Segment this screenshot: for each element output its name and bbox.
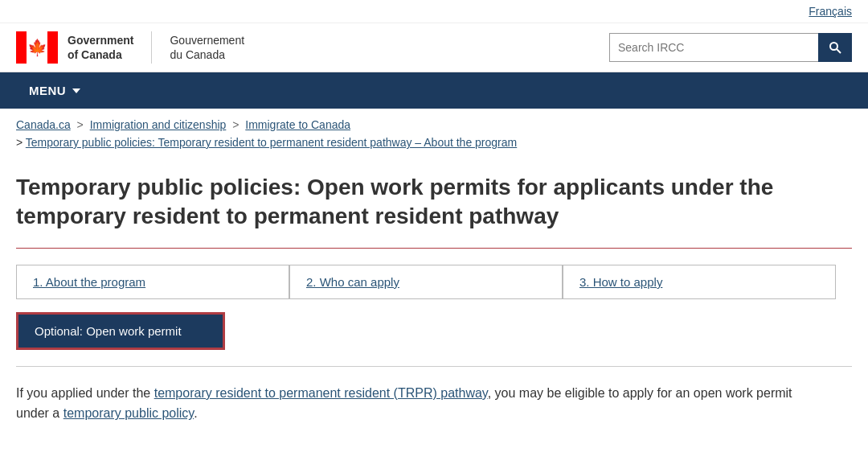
- body-text-part3: .: [194, 406, 197, 420]
- content-divider: [16, 366, 852, 367]
- tab-open-work-permit-active[interactable]: Optional: Open work permit: [16, 312, 225, 350]
- breadcrumb-separator-3: >: [16, 136, 26, 149]
- nav-bar: MENU: [0, 72, 868, 109]
- search-icon: [829, 41, 841, 54]
- francais-link[interactable]: Français: [809, 5, 852, 18]
- site-header: 🍁 Government of Canada Gouvernement du C…: [0, 23, 868, 72]
- breadcrumb-immigration[interactable]: Immigration and citizenship: [90, 118, 227, 131]
- canada-flag-icon: 🍁: [16, 31, 58, 64]
- title-divider: [16, 248, 852, 249]
- breadcrumb-second-line: > Temporary public policies: Temporary r…: [0, 134, 868, 157]
- tab-about-program-link[interactable]: 1. About the program: [33, 275, 145, 289]
- chevron-down-icon: [72, 88, 80, 93]
- gov-name-fr-block: Gouvernement du Canada: [170, 33, 244, 62]
- gov-name-block: Government of Canada: [68, 33, 133, 62]
- tab-active-label: Optional: Open work permit: [35, 324, 182, 338]
- tabs-row-2: Optional: Open work permit: [16, 312, 852, 350]
- breadcrumb-canada[interactable]: Canada.ca: [16, 118, 71, 131]
- svg-text:🍁: 🍁: [27, 38, 47, 57]
- breadcrumb-separator-2: >: [232, 118, 242, 131]
- tabs-row: 1. About the program 2. Who can apply 3.…: [16, 265, 852, 299]
- breadcrumb-immigrate[interactable]: Immigrate to Canada: [245, 118, 350, 131]
- temp-public-policy-link[interactable]: temporary public policy: [63, 406, 194, 420]
- svg-rect-0: [16, 31, 27, 64]
- breadcrumb-policy-link[interactable]: Temporary public policies: Temporary res…: [26, 136, 517, 149]
- svg-rect-1: [47, 31, 58, 64]
- gov-name-en: Government of Canada: [68, 33, 133, 62]
- breadcrumb-separator-1: >: [77, 118, 87, 131]
- tab-about-program[interactable]: 1. About the program: [16, 265, 289, 299]
- body-text: If you applied under the temporary resid…: [16, 383, 804, 424]
- menu-button[interactable]: MENU: [16, 72, 93, 109]
- body-text-part1: If you applied under the: [16, 386, 154, 400]
- canada-logo: 🍁 Government of Canada Gouvernement du C…: [16, 31, 244, 64]
- search-input[interactable]: [609, 33, 818, 62]
- tab-who-can-apply-link[interactable]: 2. Who can apply: [306, 275, 399, 289]
- menu-label: MENU: [29, 84, 66, 97]
- page-title: Temporary public policies: Open work per…: [16, 173, 804, 232]
- trpr-link[interactable]: temporary resident to permanent resident…: [154, 386, 488, 400]
- svg-line-5: [837, 49, 841, 53]
- gov-name-fr: Gouvernement du Canada: [170, 33, 244, 62]
- search-bar: [609, 33, 852, 62]
- tab-who-can-apply[interactable]: 2. Who can apply: [289, 265, 563, 299]
- page-content: Temporary public policies: Open work per…: [0, 157, 868, 440]
- tab-how-to-apply-link[interactable]: 3. How to apply: [579, 275, 662, 289]
- search-button[interactable]: [818, 33, 852, 62]
- language-bar: Français: [0, 0, 868, 23]
- svg-point-4: [830, 43, 837, 50]
- header-divider: [151, 31, 152, 64]
- tab-how-to-apply[interactable]: 3. How to apply: [563, 265, 836, 299]
- breadcrumb: Canada.ca > Immigration and citizenship …: [0, 109, 868, 134]
